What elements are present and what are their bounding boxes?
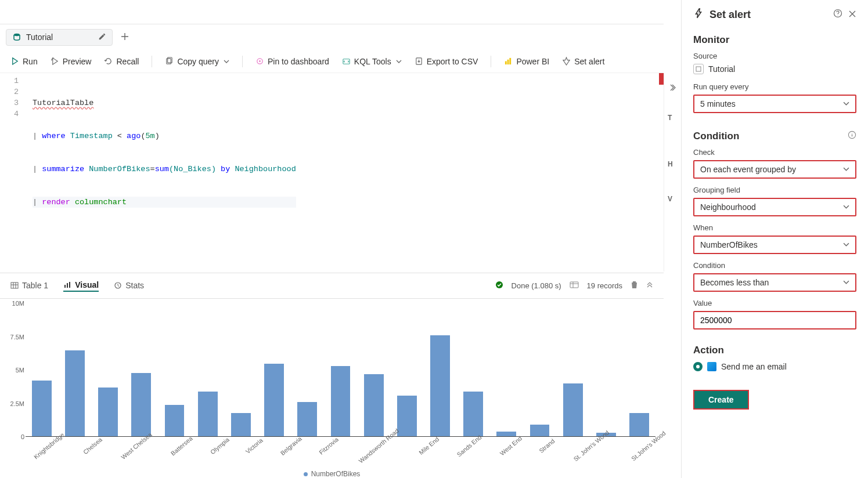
grouping-dropdown[interactable]: Neighbourhood <box>693 198 856 216</box>
chart-bar <box>629 413 649 437</box>
svg-point-4 <box>259 60 261 62</box>
x-tick-label: Chelsea <box>82 436 120 475</box>
create-button[interactable]: Create <box>693 390 749 410</box>
chevron-down-icon <box>843 202 849 212</box>
export-csv-button[interactable]: Export to CSV <box>415 57 478 66</box>
action-heading: Action <box>693 345 856 356</box>
results-tab-visual-label: Visual <box>75 280 99 289</box>
condition-heading: Condition <box>693 131 856 142</box>
action-email-label: Send me an email <box>721 362 787 371</box>
query-tab-tutorial[interactable]: Tutorial <box>6 29 113 46</box>
done-check-icon <box>495 281 503 291</box>
preview-button[interactable]: Preview <box>51 57 92 66</box>
query-toolbar: Run Preview Recall Copy query Pin to das… <box>0 50 664 73</box>
chart-bar <box>331 366 351 437</box>
run-every-dropdown[interactable]: 5 minutes <box>693 95 856 113</box>
add-tab-button[interactable] <box>117 29 132 46</box>
when-dropdown[interactable]: NumberOfBikes <box>693 236 856 254</box>
kql-editor[interactable]: 1234 TutorialTable | where Timestamp < a… <box>0 73 664 273</box>
column-chart: 02.5M5M7.5M10M <box>26 303 655 437</box>
value-label: Value <box>693 299 856 307</box>
records-icon <box>570 281 579 290</box>
kql-tools-label: KQL Tools <box>354 57 391 66</box>
side-panel-collapsed: T H V <box>664 73 681 271</box>
editor-gutter: 1234 <box>0 73 26 273</box>
run-every-value: 5 minutes <box>700 99 736 108</box>
chart-bar <box>563 383 583 437</box>
query-tab-bar: Tutorial <box>0 24 664 50</box>
cond-label: Condition <box>693 261 856 270</box>
svg-rect-8 <box>507 60 509 64</box>
svg-rect-12 <box>67 283 68 288</box>
svg-rect-16 <box>570 282 578 288</box>
queryset-icon <box>12 32 21 42</box>
x-tick-label: Mile End <box>417 436 456 475</box>
pin-label: Pin to dashboard <box>268 57 329 66</box>
delete-icon[interactable] <box>631 281 638 291</box>
chart-bar <box>131 373 151 437</box>
recall-label: Recall <box>116 57 139 66</box>
chart-bar <box>264 364 284 437</box>
value-input[interactable] <box>700 316 849 325</box>
run-button[interactable]: Run <box>10 57 38 66</box>
results-tab-table[interactable]: Table 1 <box>10 281 48 291</box>
chevron-down-icon <box>843 240 849 249</box>
chart-bar <box>297 402 317 437</box>
chevron-down-icon <box>843 99 849 108</box>
x-tick-label: Fitzrovia <box>318 436 356 475</box>
y-tick-label: 7.5M <box>10 334 24 341</box>
monitor-heading: Monitor <box>693 34 856 46</box>
info-icon[interactable] <box>848 131 856 142</box>
pin-to-dashboard-button[interactable]: Pin to dashboard <box>255 57 329 66</box>
records-text: 19 records <box>587 281 622 290</box>
help-icon[interactable] <box>833 9 842 21</box>
grouping-label: Grouping field <box>693 186 856 194</box>
power-bi-button[interactable]: Power BI <box>504 57 549 66</box>
run-every-label: Run query every <box>693 82 856 91</box>
chart-bar <box>231 413 251 437</box>
chevron-down-icon <box>843 165 849 174</box>
close-panel-icon[interactable] <box>848 9 856 21</box>
power-bi-label: Power BI <box>516 57 549 66</box>
copy-query-label: Copy query <box>177 57 219 66</box>
cond-dropdown[interactable]: Becomes less than <box>693 273 856 292</box>
cond-value: Becomes less than <box>700 278 769 287</box>
preview-label: Preview <box>63 57 92 66</box>
value-input-wrapper[interactable] <box>693 311 856 329</box>
check-dropdown[interactable]: On each event grouped by <box>693 160 856 179</box>
editor-code[interactable]: TutorialTable | where Timestamp < ago(5m… <box>26 73 296 273</box>
panel-title: Set alert <box>709 9 751 21</box>
grouping-value: Neighbourhood <box>700 202 756 212</box>
expand-side-panel-icon[interactable] <box>669 84 677 93</box>
chevron-down-icon <box>396 57 402 66</box>
kql-tools-button[interactable]: KQL Tools <box>342 57 402 66</box>
svg-point-0 <box>14 34 20 36</box>
side-label-h: H <box>668 160 673 168</box>
rename-tab-icon[interactable] <box>98 32 106 42</box>
create-button-label: Create <box>708 395 734 404</box>
svg-rect-9 <box>510 58 512 64</box>
x-tick-label: Olympia <box>208 436 246 475</box>
y-tick-label: 10M <box>12 300 24 307</box>
y-tick-label: 5M <box>16 367 24 374</box>
set-alert-toolbar-button[interactable]: Set alert <box>562 57 604 66</box>
action-email-option[interactable]: Send me an email <box>693 362 856 371</box>
code-token: TutorialTable <box>33 99 93 107</box>
queryset-source-icon <box>693 64 704 74</box>
chart-bar <box>530 425 550 437</box>
results-tab-visual[interactable]: Visual <box>63 280 99 292</box>
bolt-icon <box>693 8 704 21</box>
results-tab-stats[interactable]: Stats <box>114 281 144 291</box>
svg-rect-7 <box>505 61 507 65</box>
legend-dot-icon <box>304 472 308 476</box>
recall-button[interactable]: Recall <box>104 57 139 66</box>
chart-bar <box>65 350 85 437</box>
copy-query-button[interactable]: Copy query <box>165 57 229 66</box>
svg-rect-18 <box>696 67 701 71</box>
chart-bar <box>165 405 185 437</box>
collapse-results-icon[interactable] <box>646 281 653 290</box>
chart-bar <box>98 388 118 437</box>
chart-bar <box>463 392 483 437</box>
svg-rect-10 <box>11 283 18 288</box>
source-label: Source <box>693 52 856 60</box>
